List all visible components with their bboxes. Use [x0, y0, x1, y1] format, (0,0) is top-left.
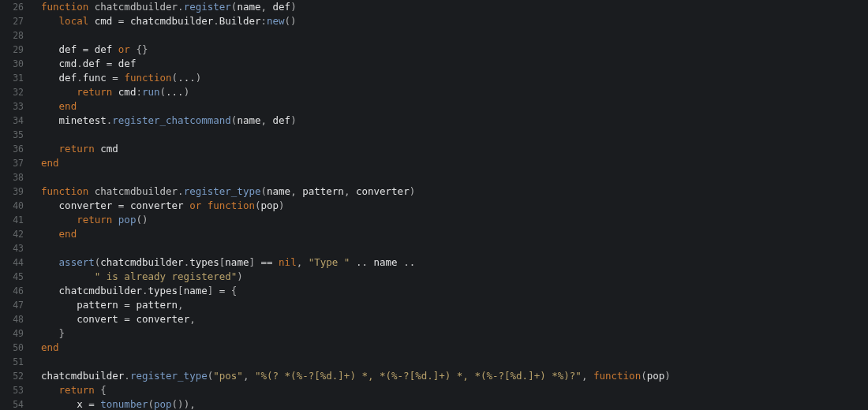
code-token: function — [593, 370, 641, 382]
code-line[interactable]: } — [41, 326, 868, 341]
code-token — [41, 256, 59, 268]
code-token: end — [41, 341, 59, 353]
line-number: 29 — [0, 43, 32, 57]
code-token: cmd — [118, 86, 137, 98]
code-line[interactable] — [41, 355, 868, 369]
code-token: "pos" — [213, 370, 243, 382]
code-token: " is already registered" — [95, 270, 238, 282]
code-line[interactable]: " is already registered") — [41, 270, 868, 284]
code-token — [41, 327, 59, 339]
line-number: 44 — [0, 255, 32, 270]
code-token: ( — [641, 370, 647, 382]
code-token — [41, 72, 59, 84]
code-token: "Type " — [309, 256, 350, 268]
code-editor[interactable]: 2627282930313233343536373839404142434445… — [0, 0, 868, 410]
line-number: 53 — [0, 383, 32, 397]
code-line[interactable] — [41, 241, 868, 255]
code-line[interactable]: end — [41, 227, 868, 241]
code-line[interactable]: return { — [41, 383, 868, 397]
code-token: , — [261, 1, 273, 13]
code-token: pop — [154, 398, 172, 410]
code-line[interactable] — [41, 128, 868, 142]
line-number: 33 — [0, 99, 32, 114]
code-line[interactable]: end — [41, 99, 868, 114]
code-token: ) — [184, 86, 190, 98]
code-token: ) — [290, 114, 297, 126]
code-token: pop — [647, 370, 665, 382]
code-line[interactable]: pattern = pattern, — [41, 298, 868, 312]
code-line[interactable]: end — [41, 156, 868, 170]
code-token: chatcmdbuilder — [88, 185, 178, 197]
code-token: { — [100, 384, 107, 396]
code-token — [41, 58, 59, 69]
line-number: 36 — [0, 142, 32, 156]
line-number-gutter: 2627282930313233343536373839404142434445… — [0, 0, 32, 410]
code-token: local — [59, 15, 89, 27]
code-line[interactable]: chatcmdbuilder.types[name] = { — [41, 284, 868, 298]
code-token: chatcmdbuilder — [130, 15, 213, 27]
code-token: def — [83, 58, 101, 69]
code-token: def — [273, 1, 291, 13]
code-token — [41, 199, 59, 211]
code-line[interactable]: local cmd = chatcmdbuilder.Builder:new() — [41, 14, 868, 28]
code-token — [112, 214, 118, 226]
code-token: { — [231, 285, 238, 296]
line-number: 43 — [0, 241, 32, 255]
code-token: register_chatcommand — [112, 114, 231, 126]
code-token: def — [59, 72, 77, 84]
code-token: tonumber — [100, 398, 148, 410]
code-line[interactable]: function chatcmdbuilder.register_type(na… — [41, 184, 868, 199]
code-token — [41, 43, 59, 55]
code-area[interactable]: function chatcmdbuilder.register(name, d… — [32, 0, 868, 410]
code-token: , — [344, 185, 356, 197]
code-token: = — [107, 72, 125, 84]
code-line[interactable]: chatcmdbuilder.register_type("pos", "%(?… — [41, 369, 868, 383]
code-token — [41, 285, 59, 296]
code-token: {} — [136, 43, 148, 55]
code-line[interactable]: return cmd — [41, 142, 868, 156]
code-token: minetest — [59, 114, 107, 126]
code-line[interactable]: cmd.def = def — [41, 57, 868, 71]
code-token: ( — [172, 72, 178, 84]
code-token: : — [260, 15, 267, 27]
code-line[interactable]: assert(chatcmdbuilder.types[name] == nil… — [41, 255, 868, 270]
code-token — [41, 270, 95, 282]
code-line[interactable]: def = def or {} — [41, 43, 868, 57]
code-line[interactable]: x = tonumber(pop()), — [41, 397, 868, 410]
code-token: , — [260, 114, 272, 126]
code-line[interactable]: return pop() — [41, 213, 868, 227]
code-token: types — [148, 285, 178, 296]
code-token: or — [118, 43, 130, 55]
code-token — [41, 384, 59, 396]
code-token: ) — [196, 72, 202, 84]
code-line[interactable]: convert = converter, — [41, 312, 868, 326]
code-token — [41, 214, 77, 226]
line-number: 52 — [0, 369, 32, 383]
code-line[interactable] — [41, 28, 868, 43]
code-line[interactable]: converter = converter or function(pop) — [41, 199, 868, 213]
code-token: .. — [398, 256, 416, 268]
code-line[interactable]: def.func = function(...) — [41, 71, 868, 85]
line-number: 40 — [0, 199, 32, 213]
code-token: types — [189, 256, 219, 268]
code-token: new — [267, 15, 285, 27]
code-token: chatcmdbuilder — [100, 256, 183, 268]
code-token: } — [59, 327, 65, 339]
line-number: 32 — [0, 85, 32, 99]
line-number: 51 — [0, 355, 32, 369]
code-token — [41, 143, 59, 155]
code-token: register_type — [184, 185, 261, 197]
line-number: 39 — [0, 184, 32, 199]
code-line[interactable]: function chatcmdbuilder.register(name, d… — [41, 0, 868, 14]
code-line[interactable]: return cmd:run(...) — [41, 85, 868, 99]
code-token: ) — [237, 270, 243, 282]
code-line[interactable]: end — [41, 341, 868, 355]
code-token: . — [124, 370, 130, 382]
line-number: 46 — [0, 284, 32, 298]
code-token: ( — [148, 398, 154, 410]
code-token: function — [208, 199, 255, 211]
code-token — [41, 86, 77, 98]
code-token: register_type — [130, 370, 208, 382]
code-line[interactable]: minetest.register_chatcommand(name, def) — [41, 114, 868, 128]
code-line[interactable] — [41, 170, 868, 184]
